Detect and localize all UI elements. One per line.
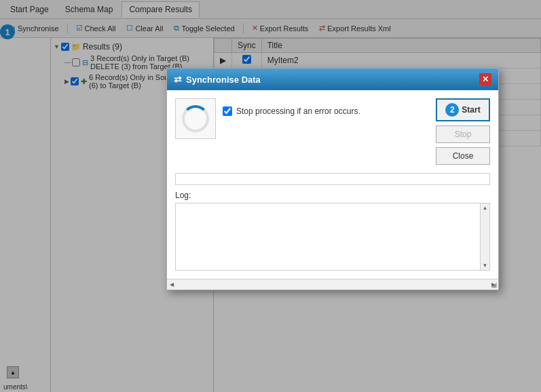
- dialog-top-row: Stop processing if an error occurs. 2 St…: [175, 98, 490, 165]
- log-scrollbar[interactable]: ▲ ▼: [480, 203, 489, 270]
- dialog-hscroll[interactable]: ◀ ▶: [167, 279, 498, 290]
- sync-icon-area: [175, 98, 216, 139]
- synchronise-dialog: ⇄ Synchronise Data ✕ Stop processing if …: [166, 68, 499, 290]
- stop-processing-checkbox[interactable]: [223, 106, 232, 116]
- hscroll-left-arrow[interactable]: ◀: [170, 281, 174, 288]
- dialog-body: Stop processing if an error occurs. 2 St…: [167, 90, 498, 279]
- progress-area: [175, 173, 490, 185]
- dialog-title-left: ⇄ Synchronise Data: [174, 74, 261, 85]
- stop-processing-row: Stop processing if an error occurs.: [223, 106, 429, 116]
- stop-processing-label: Stop processing if an error occurs.: [236, 106, 360, 116]
- stop-label: Stop: [455, 130, 472, 139]
- progress-bar-container: [175, 173, 490, 185]
- log-label: Log:: [175, 191, 490, 200]
- dialog-sync-icon: ⇄: [174, 74, 182, 85]
- stop-button[interactable]: Stop: [436, 125, 490, 143]
- start-button[interactable]: 2 Start: [436, 98, 490, 121]
- dialog-options: Stop processing if an error occurs.: [223, 98, 429, 116]
- scroll-up-arrow[interactable]: ▲: [481, 203, 489, 212]
- start-label: Start: [462, 105, 480, 115]
- dialog-title: Synchronise Data: [186, 75, 261, 85]
- log-box[interactable]: ▲ ▼: [175, 203, 490, 271]
- dialog-close-button[interactable]: ✕: [479, 73, 491, 85]
- dialog-titlebar: ⇄ Synchronise Data ✕: [167, 68, 498, 90]
- resize-handle[interactable]: ◢: [491, 281, 497, 288]
- dialog-buttons: 2 Start Stop Close: [436, 98, 490, 165]
- sync-spinner: [182, 105, 209, 132]
- close-button[interactable]: Close: [436, 147, 490, 165]
- close-label: Close: [453, 151, 474, 161]
- scroll-down-arrow[interactable]: ▼: [481, 261, 489, 270]
- badge-2: 2: [445, 103, 459, 117]
